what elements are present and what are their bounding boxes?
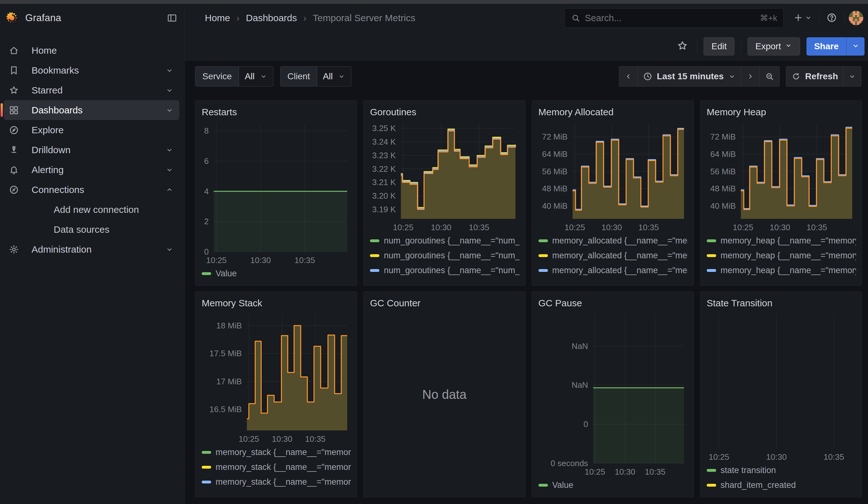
legend-item[interactable]: num_goroutines {__name__="num_go bbox=[369, 248, 519, 263]
sidebar-item-administration[interactable]: Administration bbox=[4, 239, 179, 259]
filter-client: ClientAll bbox=[280, 66, 352, 86]
refresh-interval-button[interactable] bbox=[843, 66, 861, 86]
filter-value-dropdown[interactable]: All bbox=[317, 66, 351, 86]
avatar[interactable] bbox=[849, 11, 863, 25]
add-new-button[interactable] bbox=[790, 10, 815, 26]
search-input[interactable] bbox=[585, 13, 756, 23]
legend-item[interactable]: shard_item_created bbox=[706, 478, 856, 493]
share-button[interactable]: Share bbox=[806, 37, 846, 55]
panel-title[interactable]: GC Pause bbox=[538, 298, 688, 309]
chart-goroutines[interactable]: 3.19 K3.20 K3.21 K3.22 K3.23 K3.24 K3.25… bbox=[369, 119, 519, 233]
svg-text:10:25: 10:25 bbox=[206, 256, 227, 265]
refresh-button[interactable]: Refresh bbox=[786, 66, 843, 86]
time-range-picker[interactable]: Last 15 minutes bbox=[638, 66, 741, 86]
legend-item[interactable]: num_goroutines {__name__="num_go bbox=[369, 233, 519, 248]
refresh-icon bbox=[791, 72, 801, 81]
chart-memory-stack[interactable]: 16.5 MiB17 MiB17.5 MiB18 MiB10:2510:3010… bbox=[201, 310, 351, 444]
panel-title[interactable]: Memory Heap bbox=[707, 106, 856, 118]
chevron-left-icon bbox=[624, 72, 632, 81]
time-forward-button[interactable] bbox=[741, 66, 760, 86]
favorite-star-button[interactable] bbox=[674, 38, 691, 55]
nav-divider bbox=[819, 12, 819, 24]
legend-item[interactable]: memory_allocated {__name__="memo bbox=[538, 248, 688, 263]
legend-item[interactable]: memory_allocated {__name__="memo bbox=[538, 233, 688, 248]
panel-title[interactable]: State Transition bbox=[707, 298, 856, 309]
grafana-logo-icon[interactable] bbox=[6, 12, 18, 24]
legend-item[interactable]: Value bbox=[538, 478, 688, 493]
zoom-out-button[interactable] bbox=[760, 66, 779, 86]
time-back-button[interactable] bbox=[619, 66, 638, 86]
sidebar-item-home[interactable]: Home bbox=[4, 40, 179, 60]
chevron-down-icon bbox=[848, 73, 856, 80]
svg-text:18 MiB: 18 MiB bbox=[216, 321, 242, 330]
filter-label: Service bbox=[195, 66, 239, 86]
legend-item[interactable]: Value bbox=[201, 266, 351, 281]
chart-restarts[interactable]: 0246810:2510:3010:35 bbox=[201, 119, 351, 266]
panel-gc-counter: GC CounterNo data bbox=[363, 291, 525, 497]
sidebar-item-label: Drilldown bbox=[32, 145, 70, 155]
breadcrumb-item[interactable]: Home bbox=[205, 13, 230, 23]
legend-item[interactable]: memory_heap {__name__="memory_h bbox=[706, 248, 856, 263]
sidebar-item-drilldown[interactable]: Drilldown bbox=[4, 140, 179, 160]
svg-text:10:25: 10:25 bbox=[393, 223, 413, 232]
chevron-right-icon bbox=[746, 72, 754, 81]
legend-item[interactable]: state transition bbox=[706, 463, 856, 478]
share-menu-button[interactable] bbox=[846, 37, 865, 55]
legend-item[interactable]: num_goroutines {__name__="num_go bbox=[369, 278, 519, 281]
svg-text:64 MiB: 64 MiB bbox=[542, 150, 568, 159]
chart-memory-allocated[interactable]: 40 MiB48 MiB56 MiB64 MiB72 MiB10:2510:30… bbox=[538, 119, 688, 233]
sidebar-item-starred[interactable]: Starred bbox=[4, 80, 179, 100]
filter-value-dropdown[interactable]: All bbox=[239, 66, 273, 86]
legend-item[interactable]: memory_heap {__name__="memory_h bbox=[706, 263, 856, 278]
legend-item[interactable]: memory_allocated {__name__="memo bbox=[538, 263, 688, 278]
legend: Value bbox=[538, 478, 688, 493]
sidebar: HomeBookmarksStarredDashboardsExploreDri… bbox=[0, 32, 185, 504]
mega-menu-toggle-icon[interactable] bbox=[167, 13, 177, 23]
svg-text:6: 6 bbox=[204, 156, 209, 166]
svg-text:10:35: 10:35 bbox=[806, 223, 827, 232]
legend-item[interactable]: memory_allocated {__name__="memo bbox=[538, 278, 688, 281]
sidebar-item-label: Starred bbox=[32, 85, 62, 96]
legend-item[interactable]: memory_stack {__name__="memory_s bbox=[201, 445, 351, 460]
legend-item[interactable]: memory_heap {__name__="memory_h bbox=[706, 233, 856, 248]
legend-item[interactable]: memory_stack {__name__="memory_s bbox=[201, 475, 351, 490]
chevron-up-icon[interactable] bbox=[165, 186, 174, 194]
chevron-down-icon[interactable] bbox=[165, 146, 174, 154]
chevron-down-icon bbox=[785, 41, 792, 51]
chart-state-transition[interactable]: 10:2510:3010:35 bbox=[706, 310, 856, 462]
edit-button[interactable]: Edit bbox=[704, 37, 734, 55]
legend-label: memory_allocated {__name__="memo bbox=[552, 280, 688, 281]
chart-gc-pause[interactable]: 0 seconds0NaNNaN10:2510:3010:35 bbox=[538, 310, 688, 477]
sidebar-item-explore[interactable]: Explore bbox=[4, 120, 179, 140]
chevron-down-icon[interactable] bbox=[165, 86, 174, 94]
legend-item[interactable]: memory_stack {__name__="memory_s bbox=[201, 490, 351, 493]
sidebar-item-connections[interactable]: Connections bbox=[4, 180, 179, 199]
panel-title[interactable]: Memory Allocated bbox=[538, 106, 688, 118]
panel-title[interactable]: Memory Stack bbox=[202, 298, 351, 309]
sidebar-item-data-sources[interactable]: Data sources bbox=[4, 219, 179, 239]
sidebar-item-alerting[interactable]: Alerting bbox=[4, 160, 179, 180]
sidebar-item-bookmarks[interactable]: Bookmarks bbox=[4, 60, 179, 80]
star-icon bbox=[9, 85, 19, 95]
legend: memory_heap {__name__="memory_hmemory_he… bbox=[706, 233, 856, 281]
search-box[interactable]: ⌘+k bbox=[564, 8, 784, 28]
legend-item[interactable]: num_goroutines {__name__="num_go bbox=[369, 263, 519, 278]
legend-item[interactable]: memory_stack {__name__="memory_s bbox=[201, 460, 351, 475]
chevron-down-icon[interactable] bbox=[165, 66, 174, 74]
chart-memory-heap[interactable]: 40 MiB48 MiB56 MiB64 MiB72 MiB10:2510:30… bbox=[706, 119, 856, 233]
panel-title[interactable]: Restarts bbox=[202, 106, 351, 118]
sidebar-item-dashboards[interactable]: Dashboards bbox=[4, 100, 179, 120]
sidebar-item-add-new-connection[interactable]: Add new connection bbox=[4, 199, 179, 219]
svg-text:72 MiB: 72 MiB bbox=[710, 132, 736, 142]
sidebar-item-label: Dashboards bbox=[32, 105, 83, 116]
chevron-down-icon[interactable] bbox=[165, 106, 174, 114]
legend-item[interactable]: memory_heap {__name__="memory_h bbox=[706, 278, 856, 281]
svg-text:4: 4 bbox=[204, 187, 209, 196]
svg-text:NaN: NaN bbox=[572, 380, 588, 390]
panel-title[interactable]: Goroutines bbox=[370, 106, 519, 118]
help-button[interactable] bbox=[824, 10, 840, 27]
breadcrumb-item[interactable]: Dashboards bbox=[246, 13, 297, 23]
export-button[interactable]: Export bbox=[747, 37, 800, 55]
chevron-down-icon[interactable] bbox=[165, 166, 174, 174]
chevron-down-icon[interactable] bbox=[165, 245, 174, 254]
